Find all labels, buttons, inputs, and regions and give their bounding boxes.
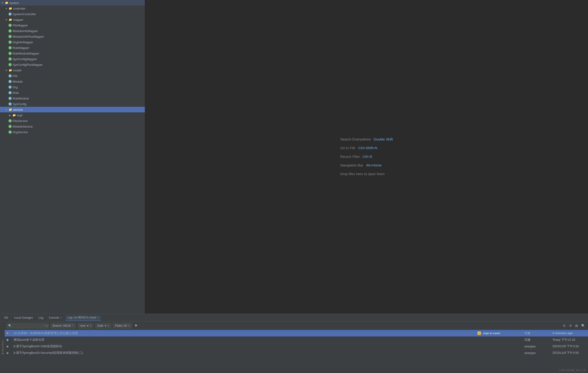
tree-item-SysConfigPlusMapper[interactable]: ISysConfigPlusMapper [0, 62, 145, 67]
tab-close-icon[interactable]: ✕ [97, 316, 99, 319]
tree-item-label: impl [17, 114, 22, 117]
tree-item-label: model [13, 69, 21, 72]
class-icon: C [8, 97, 12, 100]
folder-icon: 📁 [8, 108, 12, 111]
tree-item-SystemController[interactable]: CSystemController [0, 11, 145, 17]
git-search-input[interactable] [13, 324, 41, 327]
bottom-tab-log[interactable]: Log [36, 315, 46, 320]
search-icon[interactable]: 🔍 [580, 323, 586, 328]
interface-icon: I [8, 63, 12, 66]
chevron-icon[interactable]: ▼ [5, 108, 8, 111]
tree-item-service[interactable]: ▼📁service [0, 107, 145, 112]
refresh-icon[interactable]: ↻ [562, 323, 567, 328]
filter-chip-paths_filter[interactable]: Paths: All ✕ [113, 323, 132, 329]
filter-chip-date_filter[interactable]: Date▾ ✕ [95, 323, 111, 329]
chevron-icon[interactable]: ▼ [1, 1, 4, 4]
git-toolbar: 🔍.*CcBranch: HEAD ✕User▾ ✕Date▾ ✕Paths: … [5, 321, 588, 330]
chevron-icon[interactable]: ▼ [5, 7, 8, 10]
tab-label: Local Changes [14, 316, 33, 319]
tree-item-ModuleInfoPlusMapper[interactable]: IModuleInfoPlusMapper [0, 34, 145, 39]
tree-item-label: OrgInfoMapper [13, 41, 33, 44]
tree-item-label: system [9, 1, 19, 5]
tree-item-SysConfig[interactable]: CSysConfig [0, 101, 145, 107]
folder-icon: 📁 [8, 68, 12, 72]
chip-close-icon[interactable]: ✕ [107, 324, 109, 327]
chevron-icon[interactable]: ▼ [5, 69, 8, 72]
chevron-icon[interactable]: ▶ [8, 114, 12, 117]
tree-item-ModuleInfoMapper[interactable]: IModuleInfoMapper [0, 28, 145, 34]
commit-row[interactable]: 测试push多个远程仓库沈健Today 下午12:19 [5, 337, 588, 343]
commit-tags [476, 337, 523, 343]
commit-message: 8.基于SpringBoot3+I18N实现国际化 [12, 343, 476, 350]
project-tree: ▼📁system▼📁controllerCSystemController▼📁m… [0, 0, 145, 314]
commit-row[interactable]: 10.从零到一实现RBAC权限管理之后台接口实现»origin & master… [5, 330, 588, 337]
branch-badge: origin & master [482, 331, 501, 335]
class-icon: C [8, 74, 12, 77]
bottom-tabs: Git:Local ChangesLogConsole✕Log: on HEAD… [0, 314, 588, 321]
hint-label: Drop files here to open them [340, 170, 384, 178]
dropdown-icon: ▾ [87, 324, 88, 327]
tree-item-FileService[interactable]: IFileService [0, 118, 145, 124]
interface-icon: I [8, 35, 12, 38]
tree-item-OrgInfoMapper[interactable]: IOrgInfoMapper [0, 39, 145, 45]
regex-icon[interactable]: .* [42, 324, 43, 327]
bottom-tab-git[interactable]: Git: [2, 315, 11, 320]
tab-close-icon[interactable]: ✕ [60, 316, 62, 319]
bottom-tab-console[interactable]: Console✕ [47, 315, 64, 320]
bottom-tab-local-changes[interactable]: Local Changes [12, 315, 35, 320]
tree-item-Module[interactable]: CModule [0, 79, 145, 84]
tree-item-OrgService[interactable]: IOrgService [0, 129, 145, 135]
commit-row[interactable]: 8.基于SpringBoot3+I18N实现国际化shenjian2023/12… [5, 343, 588, 350]
commit-date: 3 minutes ago [551, 330, 588, 337]
tree-item-RoleModuleMapper[interactable]: IRoleModuleMapper [0, 51, 145, 56]
folder-icon: 📁 [8, 18, 12, 22]
git-log-table: 10.从零到一实现RBAC权限管理之后台接口实现»origin & master… [5, 330, 588, 356]
tree-item-mapper[interactable]: ▼📁mapper [0, 17, 145, 22]
class-icon: C [8, 86, 12, 89]
bottom-tab-log-head[interactable]: Log: on HEAD in cloud✕ [65, 315, 101, 320]
class-icon: C [8, 12, 12, 16]
chip-close-icon[interactable]: ✕ [128, 324, 130, 327]
chevron-icon[interactable]: ▼ [5, 18, 8, 21]
tree-item-RoleMapper[interactable]: IRoleMapper [0, 45, 145, 51]
tree-item-system[interactable]: ▼📁system [0, 0, 145, 6]
chip-close-icon[interactable]: ✕ [89, 324, 91, 327]
tree-item-Role[interactable]: CRole [0, 90, 145, 96]
tree-item-File[interactable]: CFile [0, 73, 145, 79]
tree-item-Org[interactable]: COrg [0, 84, 145, 90]
tree-item-label: ModuleInfoMapper [13, 29, 38, 33]
tree-item-label: Org [13, 86, 18, 89]
hint-line: Navigation BarAlt+Home [340, 161, 393, 169]
filter-chip-branch_filter[interactable]: Branch: HEAD ✕ [51, 323, 76, 329]
chip-close-icon[interactable]: ✕ [72, 324, 74, 327]
tree-item-controller[interactable]: ▼📁controller [0, 6, 145, 11]
interface-icon: I [8, 119, 12, 122]
hint-label: Recent Files [340, 153, 360, 160]
filter-chip-label: Date [97, 324, 103, 327]
tree-item-label: service [13, 108, 23, 111]
git-search-box[interactable]: 🔍.*Cc [7, 323, 49, 329]
hint-line: Drop files here to open them [340, 170, 393, 178]
tree-item-RoleModule[interactable]: CRoleModule [0, 96, 145, 101]
tree-item-SysConfigMapper[interactable]: ISysConfigMapper [0, 56, 145, 62]
tree-item-label: ModuleInfoPlusMapper [13, 35, 44, 38]
filter-chip-label: User [80, 324, 86, 327]
revert-icon[interactable]: ↺ [568, 323, 573, 328]
tree-item-label: Module [13, 80, 23, 83]
bottom-panel-inner: Branches 🔍.*CcBranch: HEAD ✕User▾ ✕Date▾… [0, 321, 588, 373]
tree-item-impl[interactable]: ▶📁impl [0, 112, 145, 118]
folder-icon: 📁 [8, 7, 12, 10]
flag-icon[interactable]: ⚑ [134, 323, 138, 328]
tree-item-FileMapper[interactable]: IFileMapper [0, 22, 145, 28]
tree-item-ModuleService[interactable]: IModuleService [0, 124, 145, 129]
layout-icon[interactable]: ⊞ [574, 323, 579, 328]
commit-row[interactable]: 9.基于SpringBoot3+Security6实现登录权限控制(二)shen… [5, 350, 588, 356]
filter-chip-user_filter[interactable]: User▾ ✕ [78, 323, 93, 329]
tree-item-label: SystemController [13, 12, 36, 16]
tab-label: Console [49, 316, 59, 319]
commit-message: 测试push多个远程仓库 [12, 337, 476, 343]
match-case-icon[interactable]: Cc [45, 324, 48, 327]
commit-author: shenjian [523, 343, 551, 350]
hint-line: Recent FilesCtrl+E [340, 153, 393, 160]
tree-item-model[interactable]: ▼📁model [0, 67, 145, 73]
